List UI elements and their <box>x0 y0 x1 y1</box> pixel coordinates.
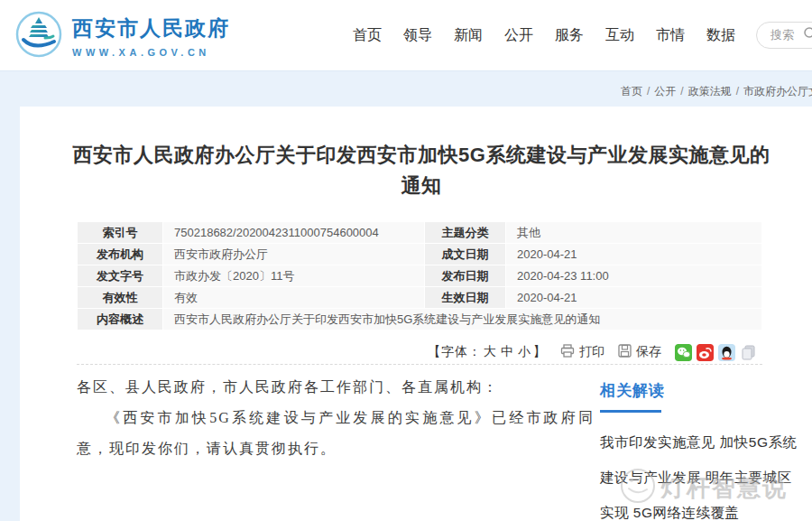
body-paragraph: 《西安市加快5G系统建设与产业发展的实施意见》已经市政府同意，现印发你们，请认真… <box>77 403 595 464</box>
nav-item-city-info[interactable]: 市情 <box>656 26 685 45</box>
nav-item-interaction[interactable]: 互动 <box>605 26 634 45</box>
site-header: 西安市人民政府 WWW.XA.GOV.CN 首页 领导 新闻 公开 服务 互动 … <box>0 0 812 70</box>
meta-value: 市政办发〔2020〕11号 <box>163 265 425 287</box>
breadcrumb-office-documents[interactable]: 市政府办公厅文件 <box>743 85 812 98</box>
save-label: 保存 <box>636 344 661 360</box>
meta-label: 有效性 <box>78 287 163 309</box>
nav-item-news[interactable]: 新闻 <box>454 26 483 45</box>
font-size-control: 【字体：大中小】 <box>428 344 547 360</box>
qq-share-icon[interactable] <box>718 344 735 361</box>
main-nav: 首页 领导 新闻 公开 服务 互动 市情 数据 <box>353 0 735 70</box>
meta-label: 发布机构 <box>78 244 163 265</box>
font-large-button[interactable]: 大 <box>484 344 497 358</box>
breadcrumb-separator: / <box>647 85 650 98</box>
wechat-share-icon[interactable] <box>675 344 692 361</box>
meta-row-agency: 发布机构 西安市政府办公厅 成文日期 2020-04-21 <box>78 244 762 265</box>
related-heading-underline <box>600 410 661 413</box>
search-icon <box>803 26 812 44</box>
breadcrumb-policies[interactable]: 政策法规 <box>688 85 732 98</box>
article-title-line2: 通知 <box>401 174 442 197</box>
meta-value: 2020-04-21 <box>506 244 762 265</box>
meta-label: 生效日期 <box>425 287 506 309</box>
site-name: 西安市人民政府 <box>72 14 230 42</box>
site-url: WWW.XA.GOV.CN <box>72 47 230 58</box>
meta-label: 内容概述 <box>78 309 163 330</box>
nav-item-services[interactable]: 服务 <box>555 26 584 45</box>
meta-label: 发布日期 <box>425 265 506 287</box>
breadcrumb-separator: / <box>736 85 739 98</box>
nav-item-disclosure[interactable]: 公开 <box>504 26 533 45</box>
meta-label: 索引号 <box>78 222 163 244</box>
weibo-share-icon[interactable] <box>697 344 714 361</box>
nav-item-home[interactable]: 首页 <box>353 26 382 45</box>
meta-value: 西安市人民政府办公厅关于印发西安市加快5G系统建设与产业发展实施意见的通知 <box>163 309 762 330</box>
salutation-line: 各区、县人民政府，市人民政府各工作部门、各直属机构： <box>77 372 595 403</box>
article-title: 西安市人民政府办公厅关于印发西安市加快5G系统建设与产业发展实施意见的 通知 <box>20 140 812 201</box>
meta-row-validity: 有效性 有效 生效日期 2020-04-21 <box>78 287 762 309</box>
save-icon <box>618 344 632 360</box>
share-buttons <box>675 344 757 361</box>
meta-label: 主题分类 <box>425 222 506 244</box>
content-card: 西安市人民政府办公厅关于印发西安市加快5G系统建设与产业发展实施意见的 通知 索… <box>20 107 812 521</box>
article-toolbar: 【字体：大中小】 打印 保存 <box>428 343 757 361</box>
site-logo[interactable]: 西安市人民政府 WWW.XA.GOV.CN <box>14 10 230 62</box>
nav-item-data[interactable]: 数据 <box>706 26 735 45</box>
related-reading-heading: 相关解读 <box>600 380 800 401</box>
article-body: 各区、县人民政府，市人民政府各工作部门、各直属机构： 《西安市加快5G系统建设与… <box>77 372 595 464</box>
copy-share-icon[interactable] <box>740 344 757 361</box>
meta-label: 发文字号 <box>78 265 163 287</box>
font-medium-button[interactable]: 中 <box>501 344 514 358</box>
breadcrumb: 首页/公开/政策法规/市政府办公厅文件/正文 <box>621 84 812 99</box>
print-label: 打印 <box>579 344 604 360</box>
printer-icon <box>560 344 575 360</box>
meta-value: 2020-04-23 11:00 <box>506 265 762 287</box>
article-title-line1: 西安市人民政府办公厅关于印发西安市加快5G系统建设与产业发展实施意见的 <box>73 144 770 166</box>
meta-label: 成文日期 <box>425 244 506 265</box>
related-reading-link[interactable]: 我市印发实施意见 加快5G系统建设与产业发展 明年主要城区实现 5G网络连续覆盖 <box>600 424 800 521</box>
meta-value: 有效 <box>163 287 425 309</box>
meta-row-doc-number: 发文字号 市政办发〔2020〕11号 发布日期 2020-04-23 11:00 <box>78 265 762 287</box>
meta-table: 索引号 750218682/2020042311000754600004 主题分… <box>77 221 762 330</box>
site-logo-icon <box>14 10 63 62</box>
meta-value: 西安市政府办公厅 <box>163 244 425 265</box>
search-box[interactable]: 搜索 <box>756 22 812 49</box>
nav-item-leaders[interactable]: 领导 <box>403 26 432 45</box>
search-placeholder: 搜索 <box>770 27 794 43</box>
font-control-prefix: 【字体： <box>428 344 482 358</box>
breadcrumb-home[interactable]: 首页 <box>621 85 642 98</box>
save-button[interactable]: 保存 <box>618 344 661 360</box>
font-control-suffix: 】 <box>533 344 547 358</box>
related-reading-panel: 相关解读 我市印发实施意见 加快5G系统建设与产业发展 明年主要城区实现 5G网… <box>600 380 800 521</box>
meta-value: 其他 <box>506 222 762 244</box>
meta-row-index: 索引号 750218682/2020042311000754600004 主题分… <box>78 222 762 244</box>
breadcrumb-disclosure[interactable]: 公开 <box>654 85 676 98</box>
breadcrumb-band: 首页/公开/政策法规/市政府办公厅文件/正文 <box>0 70 812 107</box>
toolbar-separator <box>77 364 762 365</box>
font-small-button[interactable]: 小 <box>518 344 531 358</box>
breadcrumb-separator: / <box>680 85 683 98</box>
meta-value: 2020-04-21 <box>506 287 762 309</box>
meta-row-summary: 内容概述 西安市人民政府办公厅关于印发西安市加快5G系统建设与产业发展实施意见的… <box>78 309 762 330</box>
meta-value: 750218682/2020042311000754600004 <box>163 222 425 244</box>
print-button[interactable]: 打印 <box>560 344 604 360</box>
